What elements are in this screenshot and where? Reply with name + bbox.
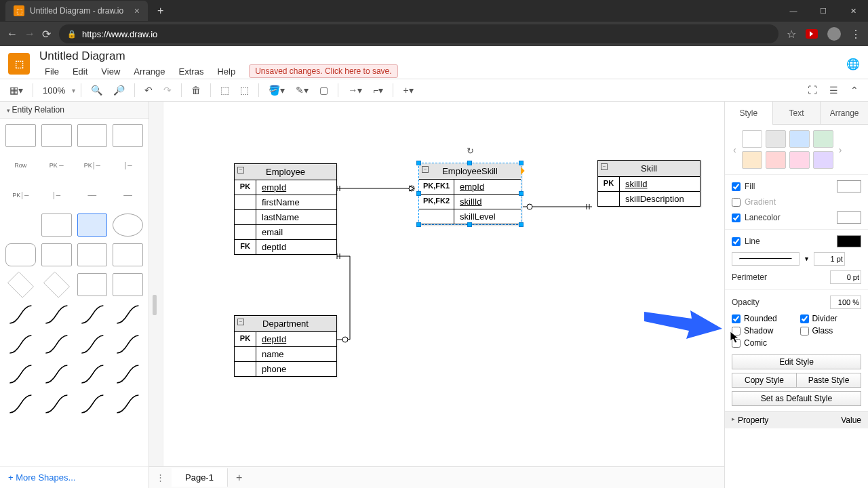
shape-thumb[interactable] bbox=[77, 243, 108, 266]
table-employee[interactable]: −Employee PKempId firstName lastName ema… bbox=[234, 163, 337, 255]
shape-thumb[interactable] bbox=[113, 363, 143, 386]
shape-thumb[interactable] bbox=[5, 363, 36, 386]
browser-tab[interactable]: ⬚ Untitled Diagram - draw.io × bbox=[5, 1, 148, 21]
shape-thumb[interactable] bbox=[5, 333, 36, 356]
new-tab-button[interactable]: + bbox=[153, 5, 167, 17]
profile-avatar[interactable] bbox=[827, 27, 841, 41]
table-department[interactable]: −Department PKdeptId name phone bbox=[234, 315, 337, 377]
nav-reload-icon[interactable]: ⟳ bbox=[42, 28, 51, 41]
color-swatch[interactable] bbox=[789, 151, 810, 169]
shape-thumb[interactable] bbox=[5, 214, 36, 237]
rounded-checkbox[interactable] bbox=[732, 314, 741, 323]
gradient-checkbox[interactable] bbox=[732, 198, 741, 207]
zoom-level[interactable]: 100% bbox=[39, 84, 69, 97]
shape-thumb[interactable] bbox=[77, 273, 108, 296]
fill-checkbox[interactable] bbox=[732, 182, 741, 191]
undo-icon[interactable]: ↶ bbox=[140, 83, 157, 97]
shape-thumb[interactable] bbox=[113, 392, 143, 415]
collapse-icon[interactable]: ⌃ bbox=[846, 83, 863, 97]
color-swatch[interactable] bbox=[766, 130, 786, 148]
format-panel-icon[interactable]: ☰ bbox=[825, 83, 842, 97]
color-swatch[interactable] bbox=[813, 130, 833, 148]
youtube-icon[interactable] bbox=[806, 29, 818, 39]
line-width-input[interactable] bbox=[814, 252, 845, 266]
opacity-input[interactable] bbox=[830, 296, 861, 309]
line-checkbox[interactable] bbox=[732, 237, 741, 246]
shape-thumb[interactable]: │─ bbox=[113, 154, 143, 177]
shape-thumb[interactable] bbox=[77, 363, 108, 386]
shape-thumb[interactable] bbox=[77, 214, 108, 237]
nav-forward-icon[interactable]: → bbox=[24, 28, 35, 41]
tab-text[interactable]: Text bbox=[772, 102, 821, 125]
shape-thumb[interactable] bbox=[41, 333, 72, 356]
shape-thumb[interactable] bbox=[43, 272, 70, 298]
shape-thumb[interactable] bbox=[41, 303, 72, 326]
bookmark-icon[interactable]: ☆ bbox=[787, 28, 796, 41]
window-maximize-icon[interactable]: ☐ bbox=[808, 0, 838, 22]
save-alert[interactable]: Unsaved changes. Click here to save. bbox=[249, 64, 397, 78]
menu-view[interactable]: View bbox=[96, 65, 125, 78]
lanecolor-box[interactable] bbox=[837, 211, 861, 224]
sidebar-collapse-handle[interactable] bbox=[153, 295, 157, 315]
add-page-button[interactable]: + bbox=[228, 472, 250, 484]
fill-color-icon[interactable]: 🪣▾ bbox=[264, 83, 289, 97]
canvas[interactable]: −Employee PKempId firstName lastName ema… bbox=[163, 102, 724, 466]
shadow-checkbox[interactable] bbox=[732, 327, 741, 336]
table-employeeskill[interactable]: ↻ −EmployeeSkill PK,FK1empId PK,FK2skill… bbox=[418, 163, 521, 225]
menu-help[interactable]: Help bbox=[212, 65, 241, 78]
shape-thumb[interactable] bbox=[113, 124, 143, 147]
shape-thumb[interactable] bbox=[77, 303, 108, 326]
shape-thumb[interactable] bbox=[77, 333, 108, 356]
table-skill[interactable]: −Skill PKskillId skillDescription bbox=[597, 160, 701, 207]
default-style-button[interactable]: Set as Default Style bbox=[732, 391, 861, 406]
window-minimize-icon[interactable]: — bbox=[778, 0, 808, 22]
shape-thumb[interactable] bbox=[41, 243, 72, 266]
edit-style-button[interactable]: Edit Style bbox=[732, 354, 861, 369]
close-tab-icon[interactable]: × bbox=[134, 5, 140, 16]
shape-thumb[interactable] bbox=[41, 124, 72, 147]
url-field[interactable]: 🔒 https://www.draw.io bbox=[59, 24, 778, 43]
shape-thumb[interactable]: PK│─ bbox=[5, 184, 36, 207]
shape-thumb[interactable]: ── bbox=[113, 184, 143, 207]
glass-checkbox[interactable] bbox=[800, 327, 809, 336]
shape-thumb[interactable] bbox=[41, 392, 72, 415]
copy-style-button[interactable]: Copy Style bbox=[732, 373, 796, 388]
connection-icon[interactable]: →▾ bbox=[344, 83, 366, 97]
insert-icon[interactable]: +▾ bbox=[399, 83, 417, 97]
color-swatch[interactable] bbox=[813, 151, 833, 169]
more-shapes-button[interactable]: + More Shapes... bbox=[0, 466, 149, 488]
menu-file[interactable]: File bbox=[39, 65, 64, 78]
shape-thumb[interactable] bbox=[113, 273, 143, 296]
tab-style[interactable]: Style bbox=[725, 102, 772, 125]
shadow-icon[interactable]: ▢ bbox=[315, 83, 332, 97]
paste-style-button[interactable]: Paste Style bbox=[796, 373, 861, 388]
shape-thumb[interactable] bbox=[5, 303, 36, 326]
document-title[interactable]: Untitled Diagram bbox=[39, 49, 398, 63]
color-swatch[interactable] bbox=[742, 151, 762, 169]
comic-checkbox[interactable] bbox=[732, 339, 741, 348]
line-color-icon[interactable]: ✎▾ bbox=[292, 83, 313, 97]
page-menu-icon[interactable]: ⋮ bbox=[149, 472, 172, 483]
shape-thumb[interactable] bbox=[113, 243, 143, 266]
shape-thumb[interactable] bbox=[113, 214, 143, 237]
lanecolor-checkbox[interactable] bbox=[732, 214, 741, 222]
waypoint-icon[interactable]: ⌐▾ bbox=[369, 83, 387, 97]
redo-icon[interactable]: ↷ bbox=[159, 83, 176, 97]
shape-thumb[interactable] bbox=[41, 214, 72, 237]
shape-thumb[interactable] bbox=[7, 272, 34, 298]
drawio-logo[interactable]: ⬚ bbox=[8, 53, 30, 75]
line-color-box[interactable] bbox=[837, 235, 861, 247]
zoom-in-icon[interactable]: 🔍 bbox=[87, 83, 106, 97]
page-tab[interactable]: Page-1 bbox=[172, 468, 228, 487]
shape-thumb[interactable]: │─ bbox=[41, 184, 72, 207]
color-swatch[interactable] bbox=[742, 130, 762, 148]
shape-thumb[interactable]: ── bbox=[77, 184, 108, 207]
divider-checkbox[interactable] bbox=[800, 314, 809, 323]
fill-color-box[interactable] bbox=[837, 180, 861, 192]
shape-thumb[interactable] bbox=[41, 363, 72, 386]
shape-thumb[interactable] bbox=[113, 303, 143, 326]
shape-thumb[interactable] bbox=[77, 392, 108, 415]
tab-arrange[interactable]: Arrange bbox=[820, 102, 868, 125]
menu-edit[interactable]: Edit bbox=[67, 65, 93, 78]
nav-back-icon[interactable]: ← bbox=[7, 28, 18, 41]
